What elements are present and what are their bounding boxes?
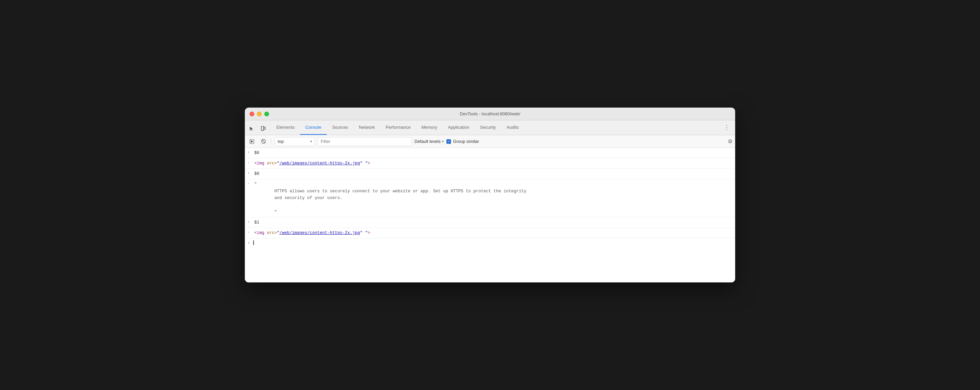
toolbar-divider <box>271 138 271 145</box>
console-row-1: › $0 <box>245 148 735 158</box>
svg-line-6 <box>262 140 265 143</box>
cursor-blink <box>253 240 254 245</box>
result-arrow-6: ‹ <box>245 229 253 234</box>
close-button[interactable] <box>250 112 254 116</box>
devtools-window: DevTools - localhost:8080/web/ <box>245 107 735 283</box>
prompt-arrow: › <box>245 240 253 245</box>
title-bar: DevTools - localhost:8080/web/ <box>245 107 735 120</box>
tab-sources[interactable]: Sources <box>327 120 354 135</box>
window-title: DevTools - localhost:8080/web/ <box>460 111 520 116</box>
traffic-lights <box>250 112 269 116</box>
group-similar-toggle[interactable]: ✓ Group similar <box>446 139 479 144</box>
context-selector[interactable]: top ▾ <box>275 137 315 146</box>
tab-network[interactable]: Network <box>354 120 380 135</box>
expand-arrow-1[interactable]: › <box>245 149 253 154</box>
result-arrow-4: ‹ <box>245 180 253 185</box>
tab-audits[interactable]: Audits <box>501 120 524 135</box>
result-arrow-1: ‹ <box>245 159 253 165</box>
clear-console-button[interactable] <box>259 137 268 146</box>
minimize-button[interactable] <box>257 112 262 116</box>
filter-container <box>318 137 412 146</box>
multiline-result: " HTTPS allows users to securely connect… <box>254 181 734 216</box>
settings-button[interactable]: ⚙ <box>728 138 732 145</box>
devtools-panel: Elements Console Sources Network Perform… <box>245 120 735 283</box>
svg-marker-4 <box>251 140 253 143</box>
log-level-arrow: ▾ <box>442 139 444 143</box>
console-row-3: › $0 <box>245 169 735 179</box>
svg-rect-1 <box>264 127 265 129</box>
tab-memory[interactable]: Memory <box>416 120 443 135</box>
expand-arrow-3[interactable]: › <box>245 170 253 175</box>
tab-bar: Elements Console Sources Network Perform… <box>245 120 735 135</box>
console-row-5: › $1 <box>245 217 735 228</box>
tab-application[interactable]: Application <box>443 120 475 135</box>
console-row-4: ‹ " HTTPS allows users to securely conne… <box>245 179 735 217</box>
console-result-1: <img src="/web/images/content-https-2x.j… <box>253 159 735 168</box>
toolbar-icons <box>247 124 268 135</box>
svg-point-2 <box>262 130 262 130</box>
tab-console[interactable]: Console <box>300 120 327 135</box>
console-value-3: $0 <box>253 170 735 178</box>
console-input[interactable] <box>253 240 735 245</box>
console-row-6: ‹ <img src="/web/images/content-https-2x… <box>245 228 735 238</box>
console-value-5: $1 <box>253 219 735 227</box>
execute-script-button[interactable] <box>248 137 256 146</box>
mobile-icon-button[interactable] <box>258 124 268 133</box>
console-result-6: <img src="/web/images/content-https-2x.j… <box>253 229 735 237</box>
console-toolbar: top ▾ Default levels ▾ ✓ Group similar ⚙ <box>245 135 735 148</box>
log-level-selector[interactable]: Default levels ▾ <box>414 139 444 144</box>
filter-input[interactable] <box>321 139 409 144</box>
expand-arrow-5[interactable]: › <box>245 219 253 224</box>
tab-performance[interactable]: Performance <box>380 120 416 135</box>
img-url-2[interactable]: /web/images/content-https-2x.jpg <box>279 231 360 235</box>
group-similar-checkbox[interactable]: ✓ <box>446 139 451 144</box>
console-prompt-row[interactable]: › <box>245 238 735 247</box>
console-value-1: $0 <box>253 149 735 157</box>
cursor-icon-button[interactable] <box>247 124 256 133</box>
console-result-4: " HTTPS allows users to securely connect… <box>253 180 735 216</box>
console-row-2: ‹ <img src="/web/images/content-https-2x… <box>245 158 735 169</box>
img-url-1[interactable]: /web/images/content-https-2x.jpg <box>279 161 360 166</box>
console-output: › $0 ‹ <img src="/web/images/content-htt… <box>245 148 735 283</box>
more-tabs-button[interactable]: ⋮ <box>721 120 733 135</box>
context-selector-arrow: ▾ <box>310 139 312 143</box>
maximize-button[interactable] <box>264 112 269 116</box>
tab-elements[interactable]: Elements <box>271 120 300 135</box>
tab-security[interactable]: Security <box>474 120 501 135</box>
